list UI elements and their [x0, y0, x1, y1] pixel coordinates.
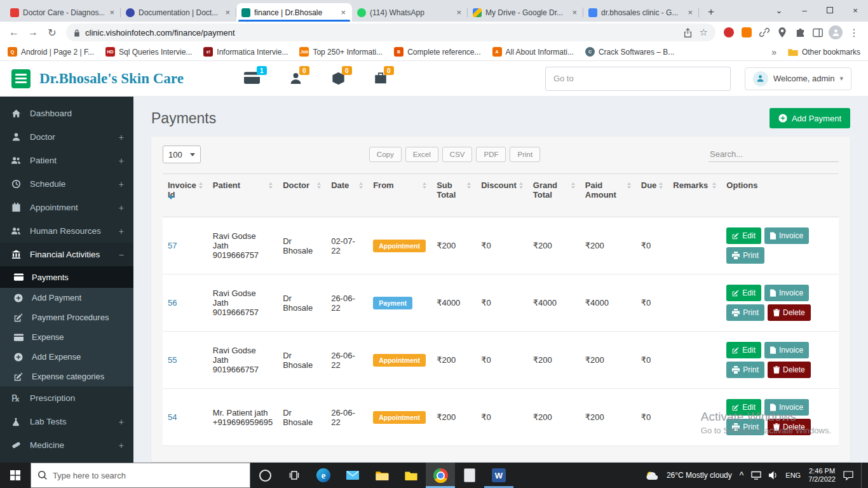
sidebar-subitem-expense[interactable]: Expense — [0, 327, 133, 347]
address-bar[interactable]: clinic.vishoinfotech.com/finance/payment… — [66, 24, 715, 41]
col-patient[interactable]: Patient — [208, 174, 278, 217]
profile-avatar[interactable] — [827, 24, 844, 41]
extension-adblock-icon[interactable] — [721, 24, 737, 41]
copy-button[interactable]: Copy — [369, 147, 402, 162]
add-payment-button[interactable]: Add Payment — [770, 108, 850, 128]
sort-icons[interactable] — [659, 180, 663, 189]
bookmark-star-icon[interactable]: ☆ — [700, 27, 708, 38]
medicine-notification[interactable]: 0 — [332, 72, 345, 85]
browser-tab[interactable]: Doctor Care - Diagnos... × — [5, 3, 121, 22]
url-text[interactable]: clinic.vishoinfotech.com/finance/payment — [85, 28, 679, 37]
weather-icon[interactable] — [645, 471, 659, 480]
sidebar-subitem-expense-categories[interactable]: Expense categories — [0, 367, 133, 386]
taskbar-search[interactable]: Type here to search — [31, 463, 250, 488]
sidebar-item-medicine[interactable]: Medicine + — [0, 433, 133, 457]
sort-icons[interactable] — [627, 180, 631, 189]
network-icon[interactable] — [751, 471, 761, 480]
location-pin-icon[interactable] — [774, 24, 790, 41]
invoice-button[interactable]: Invoice — [764, 342, 809, 358]
table-search-input[interactable] — [709, 147, 839, 162]
bookmark-item[interactable]: e!Informatica Intervie... — [203, 47, 288, 57]
sort-icons[interactable] — [712, 180, 716, 189]
invoice-id-cell[interactable]: 57 — [163, 217, 208, 274]
mail-taskbar-icon[interactable] — [338, 463, 367, 488]
browser-tab[interactable]: My Drive - Google Dr... × — [468, 3, 583, 22]
volume-icon[interactable] — [769, 471, 778, 480]
pdf-button[interactable]: PDF — [476, 147, 506, 162]
goto-input[interactable] — [545, 67, 731, 91]
share-icon[interactable] — [684, 28, 692, 37]
print-export-button[interactable]: Print — [510, 147, 540, 162]
sidebar-item-doctor[interactable]: Doctor + — [0, 125, 133, 149]
print-button[interactable]: Print — [726, 247, 764, 264]
user-menu[interactable]: Welcome, admin ▾ — [745, 67, 851, 90]
side-panel-icon[interactable] — [810, 24, 826, 41]
edit-button[interactable]: Edit — [726, 399, 761, 416]
browser-menu-icon[interactable]: ⋮ — [845, 24, 863, 41]
extension-orange-icon[interactable] — [738, 24, 755, 41]
sidebar-subitem-add-expense[interactable]: Add Expense — [0, 347, 133, 367]
edit-button[interactable]: Edit — [726, 342, 761, 358]
window-close-button[interactable]: × — [843, 0, 868, 20]
col-date[interactable]: Date — [326, 174, 368, 217]
word-taskbar-icon[interactable]: W — [484, 463, 513, 488]
sidebar-item-lab-tests[interactable]: Lab Tests + — [0, 410, 133, 433]
sort-icons[interactable] — [317, 180, 321, 189]
taskbar-clock[interactable]: 2:46 PM 7/2/2022 — [808, 467, 836, 484]
delete-button[interactable]: Delete — [768, 362, 811, 378]
cortana-button[interactable] — [250, 463, 280, 488]
chrome-taskbar-icon[interactable] — [426, 463, 455, 488]
new-tab-button[interactable]: + — [703, 4, 719, 20]
invoice-id-cell[interactable]: 55 — [163, 332, 208, 389]
forward-button[interactable]: → — [24, 24, 42, 41]
col-sub-total[interactable]: Sub Total — [431, 174, 476, 217]
bookmark-item[interactable]: AAll About Informati... — [492, 47, 574, 57]
bookmark-item[interactable]: CCrack Softwares – B... — [585, 47, 674, 57]
file-explorer-taskbar-icon[interactable] — [367, 463, 397, 488]
invoice-id-cell[interactable]: 56 — [163, 274, 208, 332]
invoice-button[interactable]: Invoice — [764, 285, 809, 301]
patients-notification[interactable]: 0 — [289, 72, 302, 85]
tray-chevron-icon[interactable]: ^ — [740, 470, 744, 480]
link-extension-icon[interactable] — [756, 24, 773, 41]
notepad-taskbar-icon[interactable] — [455, 463, 484, 488]
print-button[interactable]: Print — [726, 304, 764, 321]
excel-button[interactable]: Excel — [405, 147, 438, 162]
sort-icons[interactable] — [199, 180, 203, 189]
window-minimize-button[interactable]: – — [792, 0, 817, 20]
edit-button[interactable]: Edit — [726, 227, 761, 244]
col-paid-amount[interactable]: Paid Amount — [580, 174, 636, 217]
browser-tab[interactable]: dr.bhosales clinic - G... × — [583, 3, 699, 22]
tab-close-icon[interactable]: × — [686, 8, 694, 17]
browser-tab-active[interactable]: finance | Dr.Bhosale × — [236, 3, 352, 22]
sidebar-item-patient[interactable]: Patient + — [0, 149, 133, 172]
col-doctor[interactable]: Doctor — [278, 174, 326, 217]
supplies-notification[interactable]: 0 — [374, 72, 387, 85]
sidebar-item-appointment[interactable]: Appointment + — [0, 196, 133, 219]
browser-tab[interactable]: (114) WhatsApp × — [352, 3, 468, 22]
folder-taskbar-icon[interactable] — [397, 463, 426, 488]
tab-close-icon[interactable]: × — [224, 8, 231, 17]
sort-icons[interactable] — [519, 180, 523, 189]
sidebar-subitem-add-payment[interactable]: Add Payment — [0, 288, 133, 308]
reload-button[interactable]: ↻ — [43, 24, 61, 41]
window-maximize-button[interactable] — [817, 0, 843, 20]
sidebar-item-financial-activities[interactable]: Financial Activities − — [0, 243, 133, 266]
bookmark-item[interactable]: JobTop 250+ Informati... — [299, 47, 383, 57]
invoice-button[interactable]: Invoice — [764, 227, 809, 244]
tab-search-chevron-icon[interactable]: ⌄ — [766, 0, 792, 20]
bookmark-item[interactable]: QAndroid | Page 2 | F... — [8, 47, 94, 57]
col-discount[interactable]: Discount — [476, 174, 528, 217]
back-button[interactable]: ← — [5, 24, 23, 41]
col-remarks[interactable]: Remarks — [668, 174, 721, 217]
start-button[interactable] — [0, 463, 31, 488]
browser-tab[interactable]: Documentation | Doct... × — [121, 3, 236, 22]
delete-button[interactable]: Delete — [768, 304, 811, 321]
sidebar-item-schedule[interactable]: Schedule + — [0, 172, 133, 196]
extensions-puzzle-icon[interactable] — [792, 24, 808, 41]
weather-text[interactable]: 26°C Mostly cloudy — [667, 471, 732, 480]
sort-icons[interactable] — [571, 180, 575, 189]
csv-button[interactable]: CSV — [442, 147, 473, 162]
delete-button[interactable]: Delete — [768, 419, 811, 435]
col-grand-total[interactable]: Grand Total — [528, 174, 580, 217]
